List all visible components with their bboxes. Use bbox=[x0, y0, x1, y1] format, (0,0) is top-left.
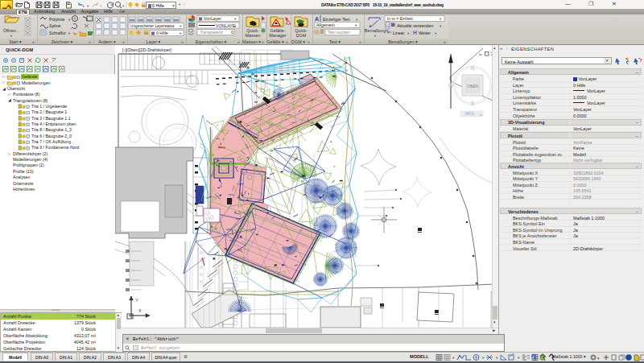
svg-text:▾: ▾ bbox=[480, 113, 481, 117]
svg-text:▾: ▾ bbox=[356, 18, 358, 22]
svg-text:A: A bbox=[315, 16, 319, 22]
svg-text:Tria 3 / Baugrube 1.1: Tria 3 / Baugrube 1.1 bbox=[31, 116, 71, 121]
svg-text:▷: ▷ bbox=[8, 92, 11, 97]
svg-text:Transparenz: Transparenz bbox=[200, 30, 223, 35]
svg-text:Öffnen...: Öffnen... bbox=[3, 28, 20, 33]
svg-text:▾: ▾ bbox=[407, 31, 410, 35]
svg-text:▾: ▾ bbox=[10, 34, 13, 38]
svg-text:VonLayer: VonLayer bbox=[204, 16, 221, 21]
svg-text:Massen: Massen bbox=[246, 33, 261, 38]
svg-text:Übersicht: Übersicht bbox=[7, 86, 25, 91]
svg-text:Manager: Manager bbox=[269, 33, 286, 38]
svg-text:Einzeliger Text: Einzeliger Text bbox=[323, 17, 350, 22]
svg-text:▾: ▾ bbox=[374, 34, 377, 38]
svg-text:N: N bbox=[471, 65, 475, 71]
svg-text:Tria 9 / Fundamente Nord: Tria 9 / Fundamente Nord bbox=[31, 145, 79, 150]
svg-text:Schraffur: Schraffur bbox=[49, 31, 66, 35]
svg-text:Aktuelle verwenden: Aktuelle verwenden bbox=[397, 23, 433, 28]
svg-text:▾: ▾ bbox=[68, 18, 71, 22]
svg-text:Profilgruppen (2): Profilgruppen (2) bbox=[13, 163, 44, 167]
svg-text:OBEN: OBEN bbox=[467, 84, 479, 89]
svg-text:Text suchen: Text suchen bbox=[328, 30, 350, 35]
svg-text:0 Hilfe: 0 Hilfe bbox=[156, 31, 168, 35]
svg-text:▷: ▷ bbox=[8, 151, 11, 156]
svg-text:▷: ▷ bbox=[2, 74, 6, 79]
svg-text:▾: ▾ bbox=[68, 31, 71, 35]
svg-text:Bemaßung: Bemaßung bbox=[365, 28, 386, 33]
svg-text:S: S bbox=[471, 101, 475, 106]
svg-text:Analysen: Analysen bbox=[13, 175, 30, 179]
svg-text:▾: ▾ bbox=[518, 356, 520, 360]
svg-text:Tria 4 / Erdplanum oben: Tria 4 / Erdplanum oben bbox=[31, 122, 76, 126]
svg-text:Tria 8 / Baugrube 1_3: Tria 8 / Baugrube 1_3 bbox=[31, 127, 72, 132]
svg-text:Profile (10): Profile (10) bbox=[13, 169, 34, 174]
svg-text:Weiter: Weiter bbox=[419, 31, 431, 35]
svg-text:▾: ▾ bbox=[435, 31, 437, 35]
svg-text:W: W bbox=[448, 83, 454, 89]
svg-text:▾: ▾ bbox=[482, 356, 485, 360]
svg-text:Triangulationen (8): Triangulationen (8) bbox=[13, 98, 48, 103]
svg-text:Gitternetze: Gitternetze bbox=[13, 181, 33, 186]
svg-text:▾: ▾ bbox=[496, 356, 498, 360]
svg-text:Differenzkörper (2): Differenzkörper (2) bbox=[13, 151, 47, 156]
svg-text:Modellierungen: Modellierungen bbox=[22, 80, 51, 85]
svg-text:▾: ▾ bbox=[597, 355, 600, 360]
svg-text:Spline: Spline bbox=[49, 23, 61, 28]
svg-text:in m = Einheit: in m = Einheit bbox=[387, 16, 413, 21]
svg-text:Ungesicherter Layerstatus: Ungesicherter Layerstatus bbox=[130, 24, 175, 28]
svg-text:Tria 6 / Baugrube 2_0: Tria 6 / Baugrube 2_0 bbox=[31, 134, 72, 138]
svg-text:Tria 7 / OK Auffüllung: Tria 7 / OK Auffüllung bbox=[31, 139, 71, 144]
svg-text:Punktsätze (8): Punktsätze (8) bbox=[13, 92, 40, 97]
svg-text:Tria 1 / Urgelaende: Tria 1 / Urgelaende bbox=[31, 104, 67, 109]
svg-text:DGM: DGM bbox=[296, 33, 307, 38]
svg-text:Linear: Linear bbox=[393, 31, 405, 35]
svg-text:◢: ◢ bbox=[8, 97, 11, 102]
svg-text:▾: ▾ bbox=[452, 356, 455, 360]
svg-text:Y: Y bbox=[135, 298, 138, 303]
svg-text:Modellierungen (4): Modellierungen (4) bbox=[13, 157, 48, 162]
svg-text:Allgemein: Allgemein bbox=[316, 23, 335, 27]
svg-text:▾: ▾ bbox=[440, 24, 442, 28]
svg-text:Tria 2 / Baugrube 1: Tria 2 / Baugrube 1 bbox=[31, 109, 67, 114]
svg-text:◢: ◢ bbox=[2, 86, 6, 91]
svg-text:WKS: WKS bbox=[465, 112, 473, 116]
svg-text:VONLAYE: VONLAYE bbox=[216, 23, 236, 28]
svg-text:0: 0 bbox=[231, 30, 233, 35]
svg-text:Gelände: Gelände bbox=[22, 74, 38, 79]
svg-text:▷: ▷ bbox=[2, 80, 6, 85]
svg-text:X: X bbox=[138, 308, 142, 313]
svg-text:Höhenlinien: Höhenlinien bbox=[13, 187, 35, 192]
svg-text:[-][Oben][2D-Drahtkörper]: [-][Oben][2D-Drahtkörper] bbox=[122, 47, 172, 52]
svg-text:Polylinie: Polylinie bbox=[49, 17, 64, 22]
